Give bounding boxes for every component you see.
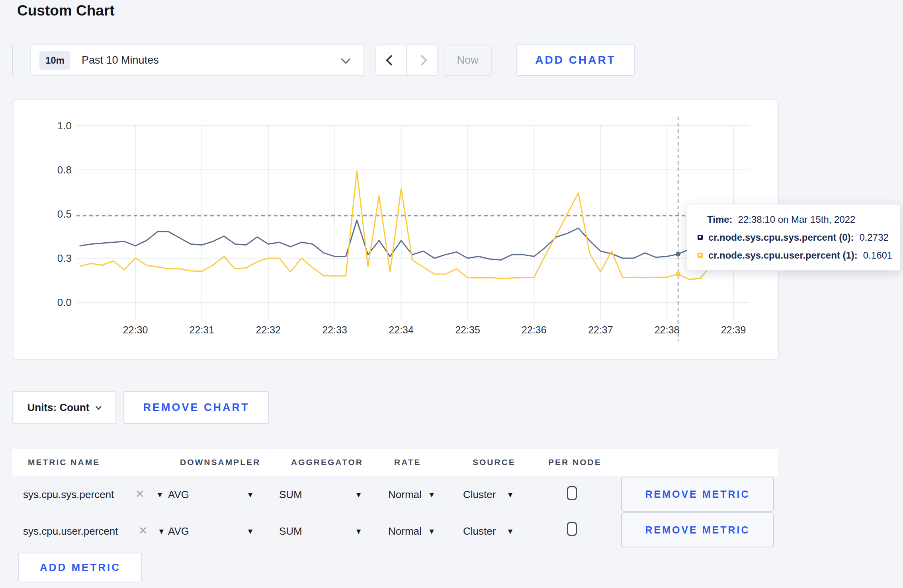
series-swatch-icon <box>698 235 703 240</box>
chevron-down-icon: ▼ <box>506 528 514 535</box>
add-metric-button[interactable]: ADD METRIC <box>18 553 142 582</box>
source-value: Cluster <box>463 489 496 501</box>
rate-select[interactable]: Normal ▼ <box>388 525 435 537</box>
clear-metric-icon[interactable]: ✕ <box>139 526 148 536</box>
col-header-rate: RATE <box>394 458 421 467</box>
chevron-right-icon <box>416 55 427 66</box>
now-button[interactable]: Now <box>444 45 492 76</box>
source-select[interactable]: Cluster ▼ <box>463 489 514 501</box>
remove-chart-button[interactable]: REMOVE CHART <box>123 391 269 424</box>
tooltip-time-label: Time: <box>707 214 733 225</box>
time-nav-group <box>375 45 438 76</box>
chevron-down-icon: ▼ <box>506 491 514 498</box>
rate-value: Normal <box>388 489 422 501</box>
chart-tooltip: Time: 22:38:10 on Mar 15th, 2022 cr.node… <box>687 204 901 271</box>
source-value: Cluster <box>463 525 496 537</box>
series-swatch-icon <box>698 253 703 258</box>
add-chart-button[interactable]: ADD CHART <box>516 44 635 76</box>
aggregator-value: SUM <box>279 489 302 501</box>
chevron-down-icon: ▼ <box>246 491 254 498</box>
tooltip-metric-value: 0.2732 <box>859 232 888 243</box>
units-select[interactable]: Units: Count <box>12 391 116 424</box>
per-node-checkbox[interactable] <box>567 522 577 536</box>
metric-name-value: sys.cpu.user.percent <box>23 525 118 537</box>
tooltip-metric-label: cr.node.sys.cpu.user.percent (1): <box>708 250 858 261</box>
tooltip-metric-value: 0.1601 <box>863 250 892 261</box>
aggregator-value: SUM <box>279 525 302 537</box>
clear-metric-icon[interactable]: ✕ <box>135 489 145 500</box>
tooltip-time-row: Time: 22:38:10 on Mar 15th, 2022 <box>698 214 890 225</box>
chevron-down-icon <box>341 54 350 64</box>
chevron-down-icon: ▼ <box>428 491 436 498</box>
metric-dropdown-icon[interactable]: ▼ <box>158 528 165 535</box>
aggregator-select[interactable]: SUM ▼ <box>279 489 362 501</box>
rate-select[interactable]: Normal ▼ <box>388 489 435 501</box>
next-range-button[interactable] <box>407 45 437 75</box>
tooltip-series-row: cr.node.sys.cpu.user.percent (1): 0.1601 <box>698 250 890 261</box>
chevron-down-icon: ▼ <box>428 528 436 535</box>
time-range-label: Past 10 Minutes <box>82 54 159 66</box>
downsampler-select[interactable]: AVG ▼ <box>168 525 254 537</box>
aggregator-select[interactable]: SUM ▼ <box>279 525 362 537</box>
source-select[interactable]: Cluster ▼ <box>463 525 514 537</box>
rate-value: Normal <box>388 525 422 537</box>
chevron-down-icon: ▼ <box>355 491 362 498</box>
chevron-down-icon: ▼ <box>355 528 362 535</box>
remove-metric-button[interactable]: REMOVE METRIC <box>621 477 774 512</box>
chevron-down-icon <box>96 403 102 410</box>
col-header-downsampler: DOWNSAMPLER <box>180 458 260 467</box>
tooltip-time-value: 22:38:10 on Mar 15th, 2022 <box>738 214 856 225</box>
toolbar-divider <box>12 45 13 76</box>
time-range-select[interactable]: 10m Past 10 Minutes <box>30 45 364 76</box>
chevron-down-icon: ▼ <box>246 528 254 535</box>
tooltip-series-row: cr.node.sys.cpu.sys.percent (0): 0.2732 <box>698 232 890 243</box>
downsampler-value: AVG <box>168 525 189 537</box>
col-header-per-node: PER NODE <box>548 458 602 467</box>
metric-name-value: sys.cpu.sys.percent <box>23 489 114 501</box>
downsampler-select[interactable]: AVG ▼ <box>168 489 254 501</box>
metric-dropdown-icon[interactable]: ▼ <box>156 491 164 498</box>
col-header-aggregator: AGGREGATOR <box>291 458 363 467</box>
col-header-source: SOURCE <box>473 458 516 467</box>
downsampler-value: AVG <box>168 489 189 501</box>
time-range-badge: 10m <box>39 51 70 70</box>
metrics-table-header: METRIC NAME DOWNSAMPLER AGGREGATOR RATE … <box>12 449 778 476</box>
chevron-left-icon <box>386 55 397 66</box>
col-header-metric-name: METRIC NAME <box>28 458 100 467</box>
tooltip-metric-label: cr.node.sys.cpu.sys.percent (0): <box>708 232 854 243</box>
per-node-checkbox[interactable] <box>567 486 577 500</box>
page-title: Custom Chart <box>17 2 115 19</box>
remove-metric-button[interactable]: REMOVE METRIC <box>621 512 774 547</box>
prev-range-button[interactable] <box>376 45 407 75</box>
chart-panel[interactable] <box>13 99 779 360</box>
units-label: Units: Count <box>27 401 90 414</box>
